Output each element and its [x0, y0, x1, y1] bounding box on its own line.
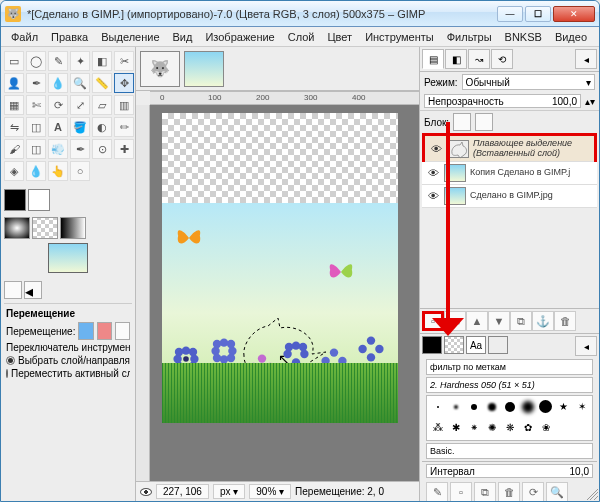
tool-airbrush[interactable]: 💨	[48, 139, 68, 159]
tab-paths[interactable]: ↝	[468, 49, 490, 69]
brush-preview[interactable]	[4, 217, 30, 239]
quickmask-toggle[interactable]	[140, 488, 152, 496]
move-mode-layer[interactable]	[78, 322, 93, 340]
menu-bnksb[interactable]: BNKSB	[499, 29, 548, 45]
tool-foreground[interactable]: 👤	[4, 73, 24, 93]
ruler-horizontal[interactable]: 0 100 200 300 400	[150, 91, 419, 105]
channel-text[interactable]: Aa	[466, 336, 486, 354]
duplicate-layer-button[interactable]: ⧉	[510, 311, 532, 331]
menu-color[interactable]: Цвет	[321, 29, 358, 45]
interval-slider[interactable]: Интервал 10,0	[426, 464, 593, 478]
menu-video[interactable]: Видео	[549, 29, 593, 45]
brush-preset-label[interactable]: Basic.	[426, 443, 593, 459]
tool-dodge[interactable]: ○	[70, 161, 90, 181]
tool-crop[interactable]: ✄	[26, 95, 46, 115]
brush-new[interactable]: ▫	[450, 482, 472, 501]
tool-paths[interactable]: ✒	[26, 73, 46, 93]
tool-cage[interactable]: ◫	[26, 117, 46, 137]
tool-rotate[interactable]: ⟳	[48, 95, 68, 115]
visibility-toggle[interactable]: 👁	[429, 142, 443, 156]
anchor-layer-button[interactable]: ⚓	[532, 311, 554, 331]
tool-by-color[interactable]: ◧	[92, 51, 112, 71]
menu-image[interactable]: Изображение	[199, 29, 280, 45]
visibility-toggle[interactable]: 👁	[426, 189, 440, 203]
menu-view[interactable]: Вид	[167, 29, 199, 45]
unit-dropdown[interactable]: px ▾	[213, 484, 245, 499]
tool-move[interactable]: ✥	[114, 73, 134, 93]
tool-heal[interactable]: ✚	[114, 139, 134, 159]
canvas-viewport[interactable]: ↖	[150, 105, 419, 481]
fgbg-swatches[interactable]	[4, 189, 132, 211]
brush-delete[interactable]: 🗑	[498, 482, 520, 501]
brush-dock-menu[interactable]: ◂	[575, 336, 597, 356]
close-button[interactable]: ✕	[553, 6, 595, 22]
tool-rect-select[interactable]: ▭	[4, 51, 24, 71]
tool-clone[interactable]: ⊙	[92, 139, 112, 159]
minimize-button[interactable]: —	[497, 6, 523, 22]
gradient-preview[interactable]	[60, 217, 86, 239]
tool-eraser[interactable]: ◫	[26, 139, 46, 159]
tool-ellipse-select[interactable]: ◯	[26, 51, 46, 71]
tab-wilber[interactable]: 🐺	[140, 51, 180, 87]
tool-text[interactable]: A	[48, 117, 68, 137]
tool-blend[interactable]: ◐	[92, 117, 112, 137]
tab-undo[interactable]: ⟲	[491, 49, 513, 69]
tool-pencil[interactable]: ✏	[114, 117, 134, 137]
menu-select[interactable]: Выделение	[95, 29, 165, 45]
move-mode-path[interactable]	[115, 322, 130, 340]
tool-scissors[interactable]: ✂	[114, 51, 134, 71]
radio-move-active[interactable]	[6, 369, 8, 378]
brush-presets[interactable]: ★ ✶ ⁂ ✱ ⁕ ✺ ❋ ✿ ❀	[426, 395, 593, 441]
menu-tools[interactable]: Инструменты	[359, 29, 440, 45]
menu-windows[interactable]: Окна	[594, 29, 600, 45]
canvas[interactable]: ↖	[162, 113, 398, 423]
tool-scale[interactable]: ⤢	[70, 95, 90, 115]
tool-blur[interactable]: 💧	[26, 161, 46, 181]
tool-flip[interactable]: ⇋	[4, 117, 24, 137]
tool-color-picker[interactable]: 💧	[48, 73, 68, 93]
tab-layers[interactable]: ▤	[422, 49, 444, 69]
tooloptions-menu[interactable]: ◂	[24, 281, 42, 299]
tooloptions-tab[interactable]	[4, 281, 22, 299]
layer-down-button[interactable]: ▼	[488, 311, 510, 331]
tool-zoom[interactable]: 🔍	[70, 73, 90, 93]
tool-shear[interactable]: ▱	[92, 95, 112, 115]
brush-zoom[interactable]: 🔍	[546, 482, 568, 501]
move-mode-selection[interactable]	[97, 322, 112, 340]
pattern-preview[interactable]	[32, 217, 58, 239]
tab-channels[interactable]: ◧	[445, 49, 467, 69]
menu-edit[interactable]: Правка	[45, 29, 94, 45]
resize-grip[interactable]	[586, 488, 598, 500]
dock-menu[interactable]: ◂	[575, 49, 597, 69]
blend-mode-dropdown[interactable]: Обычный▾	[462, 74, 595, 90]
tool-fuzzy-select[interactable]: ✦	[70, 51, 90, 71]
brush-filter-input[interactable]: фильтр по меткам	[426, 359, 593, 375]
tool-measure[interactable]: 📏	[92, 73, 112, 93]
menu-filters[interactable]: Фильтры	[441, 29, 498, 45]
brush-duplicate[interactable]: ⧉	[474, 482, 496, 501]
layer-up-button[interactable]: ▲	[466, 311, 488, 331]
opacity-slider[interactable]: Непрозрачность 100,0	[424, 94, 581, 108]
tool-free-select[interactable]: ✎	[48, 51, 68, 71]
channel-slot[interactable]	[488, 336, 508, 354]
bg-color[interactable]	[28, 189, 50, 211]
maximize-button[interactable]: ☐	[525, 6, 551, 22]
delete-layer-button[interactable]: 🗑	[554, 311, 576, 331]
ruler-vertical[interactable]	[136, 105, 150, 481]
tool-smudge[interactable]: 👆	[48, 161, 68, 181]
tab-image[interactable]	[184, 51, 224, 87]
lock-pixels[interactable]	[453, 113, 471, 131]
tool-ink[interactable]: ✒	[70, 139, 90, 159]
zoom-dropdown[interactable]: 90% ▾	[249, 484, 291, 499]
lock-alpha[interactable]	[475, 113, 493, 131]
channel-alpha[interactable]	[444, 336, 464, 354]
menu-file[interactable]: Файл	[5, 29, 44, 45]
active-image-thumb[interactable]	[48, 243, 88, 273]
layer-row[interactable]: 👁 Плавающее выделение (Вставленный слой)	[425, 136, 594, 162]
tool-align[interactable]: ▦	[4, 95, 24, 115]
tool-bucket[interactable]: 🪣	[70, 117, 90, 137]
radio-pick-layer[interactable]	[6, 356, 15, 365]
channel-black[interactable]	[422, 336, 442, 354]
menu-layer[interactable]: Слой	[282, 29, 321, 45]
fg-color[interactable]	[4, 189, 26, 211]
